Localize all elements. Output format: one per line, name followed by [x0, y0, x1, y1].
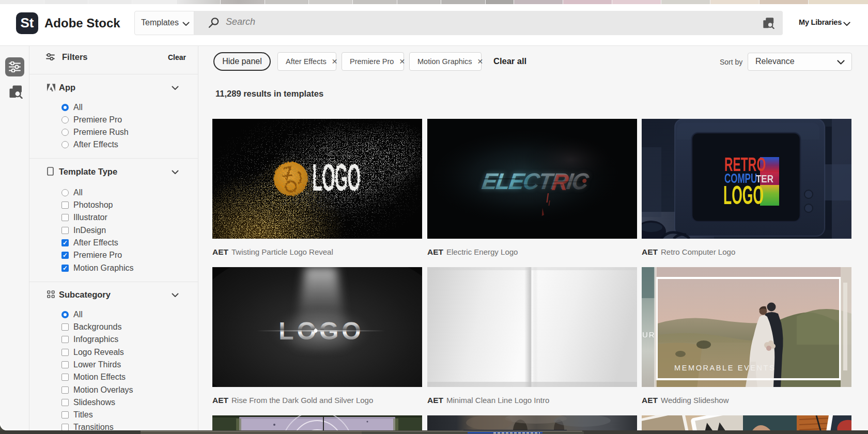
svg-text:LOGO: LOGO [312, 156, 361, 199]
svg-text:UR: UR [642, 330, 656, 339]
svg-text:ELECTRIC: ELECTRIC [481, 168, 591, 194]
svg-text:MEMORABLE EVENTS: MEMORABLE EVENTS [674, 364, 776, 372]
svg-text:LOGO: LOGO [723, 181, 764, 209]
